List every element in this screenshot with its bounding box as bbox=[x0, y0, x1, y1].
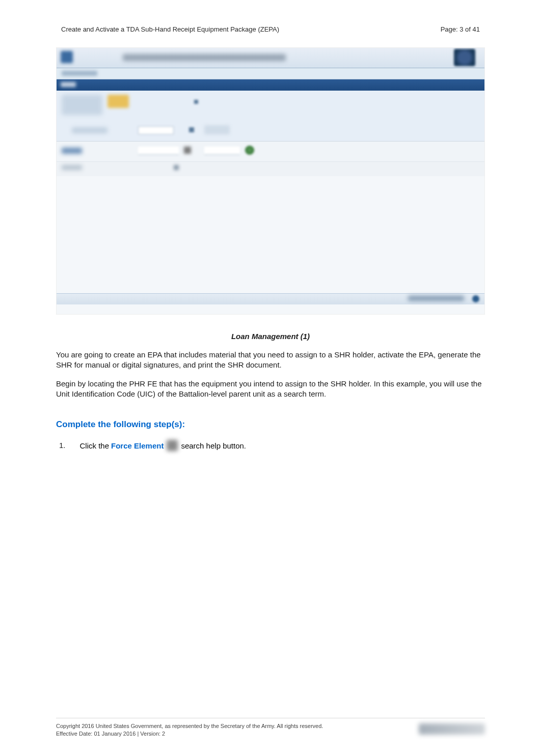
field-label-blur bbox=[62, 148, 82, 154]
status-text-blur bbox=[408, 296, 464, 301]
user-avatar-icon bbox=[454, 49, 475, 66]
footer-logo-icon bbox=[419, 723, 485, 735]
step-number: 1. bbox=[59, 440, 66, 450]
footer-line-1: Copyright 2016 United States Government,… bbox=[56, 722, 323, 730]
form-label-blur bbox=[62, 95, 102, 115]
section-heading: Complete the following step(s): bbox=[56, 419, 485, 430]
step-post-text: search help button. bbox=[181, 441, 246, 450]
sub-checkbox-icon[interactable] bbox=[174, 165, 179, 170]
status-icon bbox=[472, 295, 479, 302]
embedded-screenshot bbox=[56, 47, 485, 315]
search-row bbox=[57, 142, 484, 162]
highlighted-button[interactable] bbox=[107, 95, 129, 108]
force-element-link[interactable]: Force Element bbox=[111, 441, 164, 450]
app-titlebar bbox=[57, 48, 484, 68]
text-input[interactable] bbox=[138, 126, 174, 134]
tab-strip bbox=[57, 79, 484, 91]
page-number: Page: 3 of 41 bbox=[441, 25, 480, 33]
secondary-input[interactable] bbox=[204, 147, 240, 155]
footer-copyright: Copyright 2016 United States Government,… bbox=[56, 722, 323, 738]
page-footer: Copyright 2016 United States Government,… bbox=[56, 718, 485, 738]
breadcrumb-bar bbox=[57, 68, 484, 79]
document-title: Create and Activate a TDA Sub-Hand Recei… bbox=[61, 25, 279, 33]
force-element-input[interactable] bbox=[138, 147, 179, 155]
step-pre-text: Click the bbox=[80, 441, 110, 450]
action-button[interactable] bbox=[204, 125, 230, 134]
form-label-blur bbox=[72, 127, 107, 133]
checkbox-icon[interactable] bbox=[189, 127, 194, 132]
paragraph-1: You are going to create an EPA that incl… bbox=[56, 350, 485, 371]
execute-icon[interactable] bbox=[245, 146, 254, 155]
figure-caption: Loan Management (1) bbox=[56, 332, 485, 341]
page-header: Create and Activate a TDA Sub-Hand Recei… bbox=[56, 25, 485, 33]
form-area bbox=[57, 91, 484, 142]
paragraph-2: Begin by locating the PHR FE that has th… bbox=[56, 379, 485, 400]
results-area bbox=[57, 176, 484, 293]
search-help-button-icon[interactable] bbox=[167, 440, 178, 451]
sub-label-blur bbox=[62, 165, 82, 170]
search-help-icon[interactable] bbox=[184, 147, 191, 154]
status-bar bbox=[57, 293, 484, 304]
checkbox-icon[interactable] bbox=[194, 100, 198, 104]
sub-row bbox=[57, 162, 484, 176]
app-title-blur bbox=[123, 54, 286, 61]
document-page: Create and Activate a TDA Sub-Hand Recei… bbox=[0, 0, 541, 756]
step-item: 1. Click the Force Element search help b… bbox=[56, 440, 485, 451]
app-logo-icon bbox=[61, 51, 73, 63]
footer-line-2: Effective Date: 01 January 2016 | Versio… bbox=[56, 730, 323, 738]
step-text: Click the Force Element search help butt… bbox=[80, 440, 247, 451]
